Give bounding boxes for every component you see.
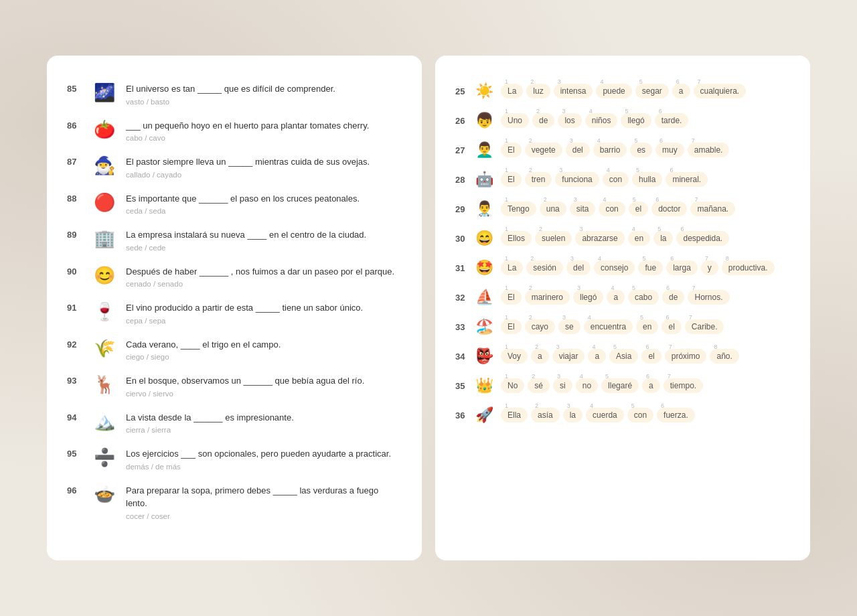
exercise-emoji: 🦌 xyxy=(92,374,116,395)
exercise-emoji: 😊 xyxy=(92,265,116,286)
word-chip: en xyxy=(628,231,650,246)
word-chip: mañana. xyxy=(690,202,735,216)
word-chip: barrio xyxy=(593,143,627,157)
word-chip: sé xyxy=(528,378,550,393)
word-row-emoji: 👺 xyxy=(475,348,495,365)
word-chip: a xyxy=(672,84,690,98)
word-chip: Voy xyxy=(501,349,528,364)
chip-wrapper: 2vegete xyxy=(525,143,562,157)
chip-wrapper: 2cayo xyxy=(525,319,555,334)
word-chip: fue xyxy=(638,260,663,275)
exercise-options: cierra / sierra xyxy=(126,426,402,434)
chip-wrapper: 3funciona xyxy=(555,172,599,187)
chip-wrapper: 1No xyxy=(501,378,524,393)
word-row: 25☀️1La2luz3intensa4puede5segar6a7cualqu… xyxy=(455,82,790,100)
word-chip: Uno xyxy=(501,113,529,128)
word-chip: una xyxy=(540,202,566,216)
chip-wrapper: 1Voy xyxy=(501,349,528,364)
chip-wrapper: 6el xyxy=(661,319,681,334)
exercise-number: 88 xyxy=(67,192,83,204)
word-row: 28🤖1El2tren3funciona4con5hulla6mineral. xyxy=(455,171,790,188)
chip-wrapper: 4encuentra xyxy=(584,319,633,334)
exercise-number: 89 xyxy=(67,228,83,240)
exercise-content: En el bosque, observamos un ______ que b… xyxy=(126,374,402,398)
chip-wrapper: 1El xyxy=(501,290,522,305)
word-chip: cuerda xyxy=(586,408,624,422)
chip-wrapper: 1Tengo xyxy=(501,202,536,216)
word-row: 31🤩1La2sesión3del4consejo5fue6larga7y8pr… xyxy=(455,259,790,277)
word-row-emoji: 👨‍🦱 xyxy=(475,141,495,159)
exercise-number: 86 xyxy=(67,119,83,131)
word-chip: suelen xyxy=(535,231,572,246)
chip-wrapper: 7cualquiera. xyxy=(694,84,747,98)
exercise-sentence: El universo es tan _____ que es difícil … xyxy=(126,82,402,96)
word-row-number: 27 xyxy=(455,145,470,155)
word-row-number: 35 xyxy=(455,381,470,391)
chip-wrapper: 5es xyxy=(630,143,652,157)
word-chip: encuentra xyxy=(584,319,633,334)
chip-wrapper: 5el xyxy=(629,202,648,216)
word-chip: tarde. xyxy=(655,113,689,128)
word-chip: año. xyxy=(710,349,738,364)
word-row-number: 34 xyxy=(455,352,470,362)
word-chip: marinero xyxy=(525,290,570,305)
chip-wrapper: 2asía xyxy=(531,408,560,422)
chip-wrapper: 4con xyxy=(603,172,629,187)
word-chip: hulla xyxy=(632,172,662,187)
word-chip: abrazarse xyxy=(575,231,624,246)
chip-wrapper: 5en xyxy=(636,319,658,334)
word-row-number: 26 xyxy=(455,116,470,126)
word-chip: luz xyxy=(526,84,550,98)
exercise-emoji: 🌾 xyxy=(92,338,116,359)
exercise-number: 94 xyxy=(67,411,83,422)
word-chip: se xyxy=(558,319,580,334)
chip-wrapper: 6muy xyxy=(655,143,684,157)
word-row-emoji: 👑 xyxy=(475,377,495,394)
word-chip: y xyxy=(701,260,718,275)
chip-wrapper: 4barrio xyxy=(593,143,627,157)
chip-wrapper: 6mineral. xyxy=(666,172,708,187)
chip-wrapper: 7y xyxy=(701,260,718,275)
exercise-emoji: 🌌 xyxy=(92,82,116,103)
chip-wrapper: 7tiempo. xyxy=(664,378,703,393)
chip-wrapper: 6tarde. xyxy=(655,113,689,128)
chip-wrapper: 6el xyxy=(641,349,661,364)
word-chips: 1La2luz3intensa4puede5segar6a7cualquiera… xyxy=(501,84,746,98)
word-row: 36🚀1Ella2asía3la4cuerda5con6fuerza. xyxy=(455,406,790,424)
chip-wrapper: 3del xyxy=(566,143,590,157)
word-chip: funciona xyxy=(555,172,599,187)
word-chip: Ellos xyxy=(501,231,532,246)
exercise-row: 93🦌En el bosque, observamos un ______ qu… xyxy=(67,374,402,398)
word-chip: niños xyxy=(585,113,618,128)
exercise-number: 96 xyxy=(67,484,83,495)
exercise-row: 86🍅___ un pequeño hoyo en el huerto para… xyxy=(67,119,402,143)
word-row-emoji: 🤩 xyxy=(475,259,495,277)
chip-wrapper: 3si xyxy=(553,378,572,393)
word-chip: de xyxy=(662,290,684,305)
chip-wrapper: 6doctor xyxy=(651,202,687,216)
word-chip: llegó xyxy=(621,113,651,128)
chip-wrapper: 3llegó xyxy=(573,290,603,305)
word-row: 32⛵1El2marinero3llegó4a5cabo6de7Hornos. xyxy=(455,289,790,306)
chip-wrapper: 4consejo xyxy=(594,260,635,275)
word-chip: próximo xyxy=(665,349,707,364)
chip-wrapper: 7mañana. xyxy=(690,202,735,216)
word-chip: despedida. xyxy=(676,231,729,246)
word-row-emoji: ☀️ xyxy=(475,82,495,100)
exercise-options: ciego / siego xyxy=(126,353,402,361)
word-chip: llegaré xyxy=(601,378,639,393)
word-chip: asía xyxy=(531,408,560,422)
exercise-row: 94🏔️La vista desde la ______ es impresio… xyxy=(67,411,402,435)
exercise-content: El vino producido a partir de esta _____… xyxy=(126,301,402,325)
word-chip: la xyxy=(563,408,582,422)
chip-wrapper: 4en xyxy=(628,231,650,246)
word-row-emoji: 👦 xyxy=(475,112,495,129)
chip-wrapper: 5Asia xyxy=(609,349,638,364)
exercise-options: demás / de más xyxy=(126,463,402,471)
chip-wrapper: 1El xyxy=(501,143,522,157)
word-chip: El xyxy=(501,319,522,334)
word-row-emoji: 😄 xyxy=(475,230,495,247)
chip-wrapper: 3viajar xyxy=(552,349,585,364)
exercise-content: Después de haber ______ , nos fuimos a d… xyxy=(126,265,402,289)
word-chips: 1Ella2asía3la4cuerda5con6fuerza. xyxy=(501,408,695,422)
